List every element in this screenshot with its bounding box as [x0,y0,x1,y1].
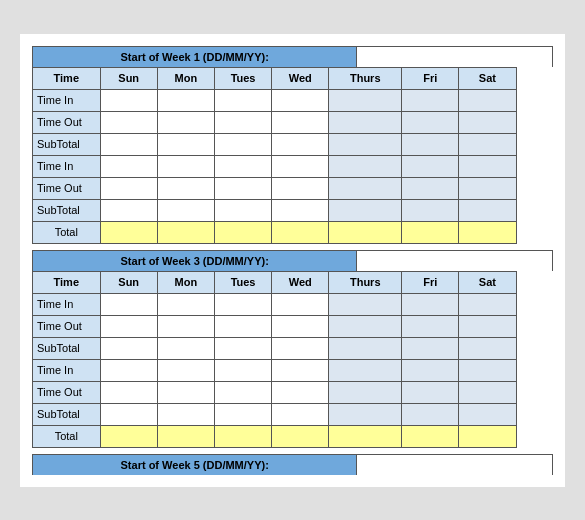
cell[interactable] [329,381,402,403]
cell[interactable] [157,89,214,111]
cell[interactable] [272,381,329,403]
cell[interactable] [214,403,271,425]
cell[interactable] [214,111,271,133]
cell[interactable] [459,381,516,403]
cell[interactable] [100,403,157,425]
cell[interactable] [272,111,329,133]
cell[interactable] [402,337,459,359]
cell[interactable] [329,155,402,177]
cell[interactable] [459,293,516,315]
cell[interactable] [272,403,329,425]
cell[interactable] [402,89,459,111]
cell[interactable] [402,381,459,403]
cell[interactable] [402,177,459,199]
cell[interactable] [459,199,516,221]
cell[interactable] [157,199,214,221]
total-cell[interactable] [272,221,329,243]
total-cell[interactable] [459,221,516,243]
cell[interactable] [272,89,329,111]
cell[interactable] [272,337,329,359]
total-cell[interactable] [329,221,402,243]
cell[interactable] [100,133,157,155]
total-cell[interactable] [157,221,214,243]
cell[interactable] [402,293,459,315]
cell[interactable] [272,155,329,177]
cell[interactable] [329,89,402,111]
cell[interactable] [214,381,271,403]
cell[interactable] [459,177,516,199]
table-row: Time Out [33,111,553,133]
cell[interactable] [100,155,157,177]
cell[interactable] [402,315,459,337]
cell[interactable] [272,177,329,199]
total-cell[interactable] [402,425,459,447]
cell[interactable] [402,199,459,221]
cell[interactable] [100,359,157,381]
cell[interactable] [214,177,271,199]
cell[interactable] [459,315,516,337]
cell[interactable] [157,315,214,337]
cell[interactable] [459,111,516,133]
total-cell[interactable] [329,425,402,447]
cell[interactable] [214,199,271,221]
cell[interactable] [459,403,516,425]
cell[interactable] [214,315,271,337]
cell[interactable] [214,89,271,111]
cell[interactable] [272,293,329,315]
cell[interactable] [329,315,402,337]
cell[interactable] [329,337,402,359]
total-cell[interactable] [214,425,271,447]
cell[interactable] [272,133,329,155]
cell[interactable] [459,89,516,111]
cell[interactable] [100,177,157,199]
cell[interactable] [214,337,271,359]
cell[interactable] [402,403,459,425]
cell[interactable] [272,359,329,381]
cell[interactable] [329,293,402,315]
cell[interactable] [402,155,459,177]
cell[interactable] [157,293,214,315]
cell[interactable] [100,89,157,111]
cell[interactable] [214,359,271,381]
cell[interactable] [100,199,157,221]
cell[interactable] [272,315,329,337]
cell[interactable] [459,337,516,359]
cell[interactable] [100,381,157,403]
cell[interactable] [157,403,214,425]
total-cell[interactable] [459,425,516,447]
cell[interactable] [100,315,157,337]
cell[interactable] [100,111,157,133]
cell[interactable] [157,111,214,133]
cell[interactable] [100,293,157,315]
cell[interactable] [214,155,271,177]
cell[interactable] [402,133,459,155]
total-cell[interactable] [272,425,329,447]
cell[interactable] [329,403,402,425]
total-cell[interactable] [214,221,271,243]
cell[interactable] [157,177,214,199]
total-cell[interactable] [157,425,214,447]
cell[interactable] [157,337,214,359]
cell[interactable] [157,359,214,381]
total-cell[interactable] [100,425,157,447]
total-cell[interactable] [100,221,157,243]
cell[interactable] [402,111,459,133]
cell[interactable] [157,381,214,403]
cell[interactable] [329,177,402,199]
cell[interactable] [272,199,329,221]
cell[interactable] [214,293,271,315]
cell[interactable] [459,133,516,155]
cell[interactable] [214,133,271,155]
cell[interactable] [329,199,402,221]
cell[interactable] [329,111,402,133]
cell[interactable] [402,359,459,381]
cell[interactable] [157,155,214,177]
cell[interactable] [459,359,516,381]
total-cell[interactable] [402,221,459,243]
cell[interactable] [100,337,157,359]
cell[interactable] [329,133,402,155]
cell[interactable] [459,155,516,177]
cell[interactable] [157,133,214,155]
week5-header-row: Start of Week 5 (DD/MM/YY): [32,454,553,475]
cell[interactable] [329,359,402,381]
